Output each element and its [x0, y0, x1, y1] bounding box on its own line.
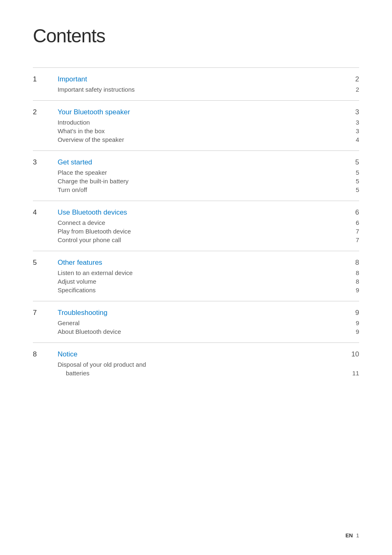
section-header-row: 5Other features8	[33, 251, 359, 269]
toc-item-page: 5	[321, 168, 359, 177]
row-spacer	[33, 185, 58, 201]
toc-item-label[interactable]: Control your phone call	[58, 236, 321, 251]
toc-item-page: 7	[321, 236, 359, 251]
row-spacer	[33, 227, 58, 236]
section-page-number: 2	[321, 68, 359, 86]
section-header-row: 4Use Bluetooth devices6	[33, 201, 359, 219]
toc-item-page: 9	[321, 319, 359, 327]
toc-item-label[interactable]: Connect a device	[58, 218, 321, 227]
toc-item-label[interactable]: Important safety instructions	[58, 85, 321, 101]
toc-item-page: 8	[321, 277, 359, 286]
toc-item-row: batteries11	[33, 369, 359, 384]
section-title[interactable]: Troubleshooting	[58, 301, 321, 319]
toc-item-label[interactable]: Disposal of your old product and	[58, 360, 321, 369]
row-spacer	[33, 286, 58, 301]
section-title[interactable]: Important	[58, 68, 321, 86]
toc-item-row: Connect a device6	[33, 218, 359, 227]
toc-item-label[interactable]: Place the speaker	[58, 168, 321, 177]
footer-lang: EN	[346, 532, 353, 539]
row-spacer	[33, 360, 58, 369]
toc-item-label[interactable]: About Bluetooth device	[58, 327, 321, 343]
section-header-row: 7Troubleshooting9	[33, 301, 359, 319]
row-spacer	[33, 85, 58, 101]
page: Contents 1Important2Important safety ins…	[0, 0, 392, 555]
toc-item-row: About Bluetooth device9	[33, 327, 359, 343]
section-number: 4	[33, 201, 58, 219]
section-page-number: 6	[321, 201, 359, 219]
page-title: Contents	[33, 25, 359, 47]
row-spacer	[33, 218, 58, 227]
toc-item-page: 5	[321, 185, 359, 201]
toc-item-row: Disposal of your old product and	[33, 360, 359, 369]
section-page-number: 3	[321, 101, 359, 118]
section-number: 3	[33, 151, 58, 169]
row-spacer	[33, 277, 58, 286]
section-header-row: 2Your Bluetooth speaker3	[33, 101, 359, 118]
row-spacer	[33, 118, 58, 127]
section-title[interactable]: Notice	[58, 343, 321, 361]
toc-item-label[interactable]: Overview of the speaker	[58, 135, 321, 151]
toc-item-label[interactable]: Specifications	[58, 286, 321, 301]
toc-item-label[interactable]: Adjust volume	[58, 277, 321, 286]
section-page-number: 10	[321, 343, 359, 361]
section-title[interactable]: Other features	[58, 251, 321, 269]
row-spacer	[33, 327, 58, 343]
section-title[interactable]: Get started	[58, 151, 321, 169]
row-spacer	[33, 127, 58, 135]
toc-item-page: 8	[321, 268, 359, 277]
section-page-number: 8	[321, 251, 359, 269]
toc-item-row: Control your phone call7	[33, 236, 359, 251]
toc-table: 1Important2Important safety instructions…	[33, 67, 359, 384]
footer: EN 1	[346, 532, 359, 539]
toc-item-label[interactable]: Turn on/off	[58, 185, 321, 201]
toc-item-page: 7	[321, 227, 359, 236]
section-number: 2	[33, 101, 58, 118]
toc-item-label[interactable]: batteries	[58, 369, 321, 384]
toc-item-label[interactable]: Play from Bluetooth device	[58, 227, 321, 236]
toc-item-page: 2	[321, 85, 359, 101]
section-header-row: 1Important2	[33, 68, 359, 86]
toc-item-row: Listen to an external device8	[33, 268, 359, 277]
toc-item-row: Overview of the speaker4	[33, 135, 359, 151]
toc-item-label[interactable]: What's in the box	[58, 127, 321, 135]
section-number: 7	[33, 301, 58, 319]
section-page-number: 5	[321, 151, 359, 169]
toc-item-label[interactable]: General	[58, 319, 321, 327]
section-number: 5	[33, 251, 58, 269]
row-spacer	[33, 135, 58, 151]
section-number: 1	[33, 68, 58, 86]
toc-item-page: 4	[321, 135, 359, 151]
toc-item-row: Important safety instructions2	[33, 85, 359, 101]
toc-item-row: General9	[33, 319, 359, 327]
toc-item-label[interactable]: Charge the built-in battery	[58, 177, 321, 185]
section-page-number: 9	[321, 301, 359, 319]
section-header-row: 8Notice10	[33, 343, 359, 361]
toc-item-page: 3	[321, 127, 359, 135]
toc-item-page: 9	[321, 286, 359, 301]
row-spacer	[33, 268, 58, 277]
section-title[interactable]: Your Bluetooth speaker	[58, 101, 321, 118]
toc-item-row: Play from Bluetooth device7	[33, 227, 359, 236]
section-header-row: 3Get started5	[33, 151, 359, 169]
section-number: 8	[33, 343, 58, 361]
toc-item-page: 11	[321, 369, 359, 384]
row-spacer	[33, 168, 58, 177]
toc-item-row: Specifications9	[33, 286, 359, 301]
section-title[interactable]: Use Bluetooth devices	[58, 201, 321, 219]
row-spacer	[33, 177, 58, 185]
row-spacer	[33, 319, 58, 327]
toc-item-label[interactable]: Listen to an external device	[58, 268, 321, 277]
toc-item-page	[321, 360, 359, 369]
toc-item-page: 5	[321, 177, 359, 185]
toc-item-row: Introduction3	[33, 118, 359, 127]
toc-item-row: Place the speaker5	[33, 168, 359, 177]
toc-item-label[interactable]: Introduction	[58, 118, 321, 127]
footer-pagenum: 1	[356, 532, 359, 539]
toc-item-row: What's in the box3	[33, 127, 359, 135]
row-spacer	[33, 369, 58, 384]
toc-item-row: Charge the built-in battery5	[33, 177, 359, 185]
toc-item-page: 6	[321, 218, 359, 227]
toc-item-row: Adjust volume8	[33, 277, 359, 286]
toc-item-page: 9	[321, 327, 359, 343]
row-spacer	[33, 236, 58, 251]
